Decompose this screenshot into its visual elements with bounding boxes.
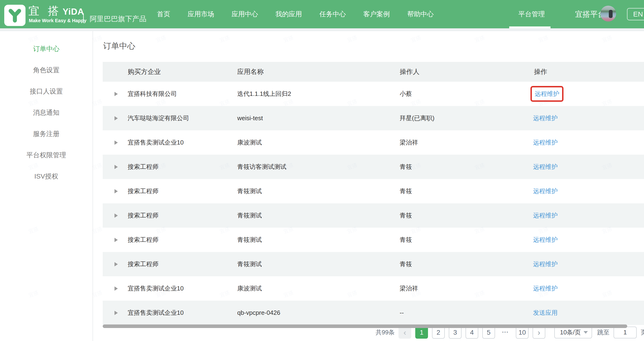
language-toggle-button[interactable]: EN bbox=[627, 8, 644, 20]
chevron-right-icon bbox=[114, 238, 118, 242]
expand-row-button[interactable] bbox=[114, 155, 118, 179]
brand-title: 宜 搭 YiDA bbox=[28, 4, 84, 18]
table-row: 宜搭售卖测试企业10 qb-vpcpre-0426 -- 发送应用 bbox=[103, 300, 644, 325]
action-link[interactable]: 远程维护 bbox=[533, 284, 558, 292]
expand-row-button[interactable] bbox=[114, 106, 118, 130]
jump-to-label: 跳至 bbox=[597, 328, 610, 336]
action-link[interactable]: 远程维护 bbox=[535, 90, 559, 97]
expand-row-button[interactable] bbox=[114, 252, 118, 276]
cell-app-name: 康波测试 bbox=[237, 276, 262, 300]
sidebar-item[interactable]: 服务注册 bbox=[0, 123, 92, 144]
cell-action: 远程维护 bbox=[533, 252, 558, 276]
expand-row-button[interactable] bbox=[114, 276, 118, 300]
yida-logo-glyph bbox=[4, 5, 26, 26]
watermark: 宜搭 bbox=[537, 34, 550, 44]
cell-action: 远程维护 bbox=[533, 179, 558, 203]
watermark: 宜搭 bbox=[282, 34, 294, 44]
sidebar-item[interactable]: 消息通知 bbox=[0, 102, 92, 123]
active-nav-underline bbox=[509, 26, 550, 28]
sidebar-item[interactable]: 接口人设置 bbox=[0, 81, 92, 102]
cell-operator: 小蔡 bbox=[400, 82, 412, 106]
orders-table: 购买方企业 应用名称 操作人 操作 宜搭科技有限公司 迭代1.1.1线上回归2 … bbox=[103, 62, 644, 325]
brand-divider bbox=[83, 13, 84, 23]
table-header-row: 购买方企业 应用名称 操作人 操作 bbox=[103, 62, 644, 82]
table-row: 搜索工程师 青筱访客测试测试 青筱 远程维护 bbox=[103, 155, 644, 179]
chevron-right-icon bbox=[114, 165, 118, 169]
nav-item[interactable]: 应用中心 bbox=[232, 10, 258, 19]
user-avatar[interactable] bbox=[600, 6, 616, 22]
column-header-app-name: 应用名称 bbox=[237, 62, 264, 82]
nav-item[interactable]: 帮助中心 bbox=[407, 10, 434, 19]
nav-item[interactable]: 任务中心 bbox=[320, 10, 346, 19]
cell-app-name: 青筱测试 bbox=[237, 179, 262, 203]
column-header-buyer: 购买方企业 bbox=[128, 62, 161, 82]
cell-operator: 青筱 bbox=[400, 179, 412, 203]
expand-row-button[interactable] bbox=[114, 203, 118, 228]
action-link[interactable]: 远程维护 bbox=[533, 114, 558, 122]
cell-action: 远程维护 bbox=[533, 228, 558, 252]
cell-operator: 梁治祥 bbox=[400, 276, 418, 300]
nav-item-platform-admin[interactable]: 平台管理 bbox=[518, 0, 545, 28]
action-link[interactable]: 远程维护 bbox=[533, 163, 558, 171]
watermark: 宜搭 bbox=[474, 34, 486, 44]
table-row: 宜搭售卖测试企业10 康波测试 梁治祥 远程维护 bbox=[103, 130, 644, 155]
cell-buyer-company: 汽车哒哒海淀有限公司 bbox=[128, 106, 189, 130]
cell-app-name: qb-vpcpre-0426 bbox=[237, 300, 280, 325]
chevron-right-icon bbox=[114, 116, 118, 120]
cell-action: 远程维护 bbox=[533, 203, 558, 228]
expand-row-button[interactable] bbox=[114, 130, 118, 155]
cell-action: 发送应用 bbox=[533, 300, 558, 325]
watermark: 宜搭 bbox=[218, 34, 231, 44]
expand-row-button[interactable] bbox=[114, 82, 118, 106]
cell-operator: 青筱 bbox=[400, 228, 412, 252]
cell-app-name: 迭代1.1.1线上回归2 bbox=[237, 82, 291, 106]
table-row: 搜索工程师 青筱测试 青筱 远程维护 bbox=[103, 203, 644, 228]
sidebar: 订单中心角色设置接口人设置消息通知服务注册平台权限管理ISV授权 bbox=[0, 31, 93, 341]
watermark: 宜搭 bbox=[601, 34, 613, 44]
table-row: 汽车哒哒海淀有限公司 weisi-test 拜星(已离职) 远程维护 bbox=[103, 106, 644, 130]
chevron-right-icon: › bbox=[538, 328, 540, 337]
page-size-select[interactable]: 10条/页 bbox=[554, 326, 592, 338]
table-row: 搜索工程师 青筱测试 青筱 远程维护 bbox=[103, 179, 644, 203]
expand-row-button[interactable] bbox=[114, 228, 118, 252]
table-row: 宜搭科技有限公司 迭代1.1.1线上回归2 小蔡 远程维护 bbox=[103, 82, 644, 106]
page-size-value: 10条/页 bbox=[560, 328, 581, 336]
nav-item[interactable]: 我的应用 bbox=[276, 10, 302, 19]
sidebar-item[interactable]: 平台权限管理 bbox=[0, 144, 92, 166]
table-row: 搜索工程师 青筱测试 青筱 远程维护 bbox=[103, 252, 644, 276]
language-toggle-label: EN bbox=[633, 10, 643, 18]
nav-item[interactable]: 首页 bbox=[157, 10, 170, 19]
cell-buyer-company: 搜索工程师 bbox=[128, 252, 158, 276]
cell-buyer-company: 搜索工程师 bbox=[128, 203, 158, 228]
chevron-right-icon bbox=[114, 311, 118, 315]
chevron-right-icon bbox=[114, 286, 118, 291]
table-body: 宜搭科技有限公司 迭代1.1.1线上回归2 小蔡 远程维护 汽车哒哒海淀有限公司… bbox=[103, 82, 644, 325]
chevron-right-icon bbox=[114, 92, 118, 96]
action-link[interactable]: 远程维护 bbox=[533, 138, 558, 147]
jump-page-input[interactable] bbox=[614, 326, 637, 338]
brand-tagline: Make Work Easy & Happy bbox=[29, 18, 86, 24]
expand-row-button[interactable] bbox=[114, 179, 118, 203]
watermark: 宜搭 bbox=[346, 34, 358, 44]
watermark: 宜搭 bbox=[155, 34, 167, 44]
nav-item[interactable]: 应用市场 bbox=[188, 10, 214, 19]
action-link[interactable]: 远程维护 bbox=[533, 260, 558, 268]
cell-operator: 拜星(已离职) bbox=[400, 106, 434, 130]
yida-logo-icon[interactable] bbox=[4, 5, 26, 26]
action-link[interactable]: 远程维护 bbox=[533, 211, 558, 220]
watermark: 宜搭 bbox=[410, 34, 422, 44]
action-link[interactable]: 远程维护 bbox=[533, 236, 558, 244]
nav-item[interactable]: 客户案例 bbox=[363, 10, 390, 19]
horizontal-scrollbar-thumb[interactable] bbox=[103, 324, 627, 328]
action-link[interactable]: 发送应用 bbox=[533, 309, 558, 317]
page-root: { "brand": { "logo_cn": "宜 搭", "logo_en"… bbox=[0, 0, 644, 341]
sidebar-item[interactable]: ISV授权 bbox=[0, 166, 92, 187]
sidebar-item[interactable]: 订单中心 bbox=[0, 38, 92, 60]
jump-unit-label: 页 bbox=[641, 328, 644, 336]
expand-row-button[interactable] bbox=[114, 300, 118, 325]
caret-down-icon bbox=[584, 331, 588, 334]
action-link[interactable]: 远程维护 bbox=[533, 187, 558, 195]
sidebar-item[interactable]: 角色设置 bbox=[0, 60, 92, 81]
cell-app-name: 青筱测试 bbox=[237, 228, 262, 252]
chevron-right-icon bbox=[114, 214, 118, 218]
